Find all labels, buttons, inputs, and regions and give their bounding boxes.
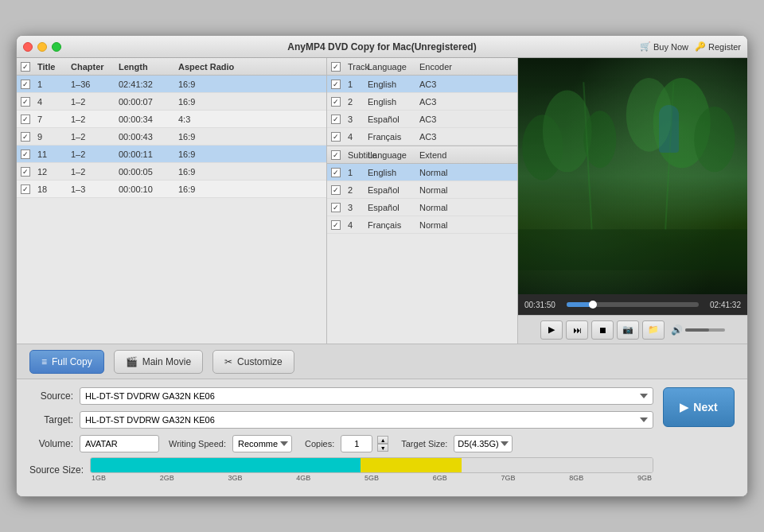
select-all-subtitles[interactable]: ✓ xyxy=(331,150,341,160)
mainmovie-icon: 🎬 xyxy=(126,356,138,367)
row-check[interactable]: ✓ xyxy=(21,97,30,107)
copies-down[interactable]: ▼ xyxy=(377,444,388,452)
key-icon: 🔑 xyxy=(695,41,706,52)
minimize-button[interactable] xyxy=(37,42,47,52)
track-check[interactable]: ✓ xyxy=(331,80,341,89)
title-bar: AnyMP4 DVD Copy for Mac(Unregistered) 🛒 … xyxy=(17,36,747,58)
title-table-body: ✓ 1 1–36 02:41:32 16:9 ✓ 4 1–2 00:00:07 … xyxy=(17,76,326,344)
track-check[interactable]: ✓ xyxy=(331,115,341,124)
target-row: Target: HL-DT-ST DVDRW GA32N KE06 xyxy=(29,411,653,429)
row-chapter: 1–2 xyxy=(68,97,115,107)
source-size-row: Source Size: 1GB 2GB 3GB 4G xyxy=(29,457,653,482)
full-copy-button[interactable]: ≡ Full Copy xyxy=(29,350,104,374)
size-label-5gb: 5GB xyxy=(364,474,379,482)
row-check[interactable]: ✓ xyxy=(21,150,30,159)
track-row[interactable]: ✓ 1 English AC3 xyxy=(327,76,517,93)
target-size-select[interactable]: D5(4.35G) xyxy=(454,435,513,452)
size-bar-target xyxy=(361,458,462,472)
select-all-tracks[interactable]: ✓ xyxy=(331,62,341,72)
row-title: 18 xyxy=(34,184,68,194)
folder-button[interactable]: 📁 xyxy=(642,320,665,340)
track-row[interactable]: ✓ 4 Français AC3 xyxy=(327,128,517,146)
row-title: 1 xyxy=(34,80,68,89)
subtitle-row[interactable]: ✓ 4 Français Normal xyxy=(327,216,517,234)
next-label: Next xyxy=(693,401,717,414)
volume-slider[interactable] xyxy=(685,328,725,332)
svg-rect-7 xyxy=(518,229,747,270)
subtitle-row[interactable]: ✓ 1 English Normal xyxy=(327,164,517,181)
size-label-1gb: 1GB xyxy=(92,474,106,482)
row-aspect: 4:3 xyxy=(175,115,239,124)
main-movie-button[interactable]: 🎬 Main Movie xyxy=(114,350,203,374)
copies-up[interactable]: ▲ xyxy=(377,436,388,444)
subtitle-check[interactable]: ✓ xyxy=(331,220,341,230)
row-check[interactable]: ✓ xyxy=(21,80,30,89)
row-title: 7 xyxy=(34,115,68,124)
track-row[interactable]: ✓ 2 English AC3 xyxy=(327,93,517,111)
track-row[interactable]: ✓ 3 Español AC3 xyxy=(327,111,517,128)
close-button[interactable] xyxy=(23,42,33,52)
row-title: 12 xyxy=(34,167,68,177)
table-row[interactable]: ✓ 11 1–2 00:00:11 16:9 xyxy=(17,146,326,163)
row-length: 00:00:10 xyxy=(115,184,175,194)
preview-panel: 00:31:50 02:41:32 ▶ ⏭ ⏹ 📷 📁 🔊 xyxy=(518,58,747,344)
row-check[interactable]: ✓ xyxy=(21,115,30,124)
screenshot-button[interactable]: 📷 xyxy=(617,320,639,340)
row-aspect: 16:9 xyxy=(175,132,239,142)
subtitle-check[interactable]: ✓ xyxy=(331,185,341,195)
size-label-8gb: 8GB xyxy=(569,474,583,482)
table-row[interactable]: ✓ 12 1–2 00:00:05 16:9 xyxy=(17,163,326,181)
buy-now-button[interactable]: 🛒 Buy Now xyxy=(640,41,688,52)
col-aspect: Aspect Radio xyxy=(175,62,239,72)
preview-controls: 00:31:50 02:41:32 xyxy=(518,294,747,315)
cart-icon: 🛒 xyxy=(640,41,651,52)
svg-point-5 xyxy=(694,107,735,172)
table-row[interactable]: ✓ 9 1–2 00:00:43 16:9 xyxy=(17,128,326,146)
progress-thumb xyxy=(589,301,597,309)
video-frame xyxy=(518,58,747,294)
source-size-label: Source Size: xyxy=(29,464,84,476)
table-row[interactable]: ✓ 7 1–2 00:00:34 4:3 xyxy=(17,111,326,128)
size-bar-used xyxy=(91,458,361,472)
row-aspect: 16:9 xyxy=(175,150,239,159)
row-length: 00:00:34 xyxy=(115,115,175,124)
volume-input[interactable] xyxy=(80,435,159,452)
table-row[interactable]: ✓ 1 1–36 02:41:32 16:9 xyxy=(17,76,326,93)
row-title: 9 xyxy=(34,132,68,142)
col-chapter: Chapter xyxy=(68,62,115,72)
skip-forward-button[interactable]: ⏭ xyxy=(566,320,588,340)
source-select[interactable]: HL-DT-ST DVDRW GA32N KE06 xyxy=(80,387,653,405)
track-check[interactable]: ✓ xyxy=(331,132,341,142)
subtitle-row[interactable]: ✓ 3 Español Normal xyxy=(327,199,517,216)
writing-speed-select[interactable]: Recomme xyxy=(232,435,292,452)
row-aspect: 16:9 xyxy=(175,167,239,177)
row-check[interactable]: ✓ xyxy=(21,167,30,177)
select-all-titles[interactable]: ✓ xyxy=(21,62,30,72)
track-check[interactable]: ✓ xyxy=(331,97,341,107)
register-button[interactable]: 🔑 Register xyxy=(695,41,741,52)
stop-button[interactable]: ⏹ xyxy=(591,320,614,340)
bottom-section: Source: HL-DT-ST DVDRW GA32N KE06 Target… xyxy=(17,379,747,496)
subtitle-table-header: ✓ Subtitle Language Extend xyxy=(327,146,517,164)
main-movie-label: Main Movie xyxy=(142,356,191,367)
row-length: 02:41:32 xyxy=(115,80,175,89)
row-check[interactable]: ✓ xyxy=(21,132,30,142)
progress-bar[interactable] xyxy=(567,302,699,307)
target-size-label: Target Size: xyxy=(401,439,447,449)
copies-input[interactable] xyxy=(341,435,372,452)
row-check[interactable]: ✓ xyxy=(21,184,30,194)
subtitle-check[interactable]: ✓ xyxy=(331,203,341,212)
subtitle-check[interactable]: ✓ xyxy=(331,168,341,177)
maximize-button[interactable] xyxy=(52,42,61,52)
play-button[interactable]: ▶ xyxy=(540,320,563,340)
track-table: ✓ Track Language Encoder ✓ 1 English AC3… xyxy=(327,58,517,146)
next-button[interactable]: ▶ Next xyxy=(663,387,735,427)
table-row[interactable]: ✓ 18 1–3 00:00:10 16:9 xyxy=(17,181,326,198)
row-aspect: 16:9 xyxy=(175,184,239,194)
customize-button[interactable]: ✂ Customize xyxy=(212,350,294,374)
size-label-7gb: 7GB xyxy=(501,474,515,482)
target-select[interactable]: HL-DT-ST DVDRW GA32N KE06 xyxy=(80,411,653,429)
col-subtitle: Subtitle xyxy=(345,150,364,160)
table-row[interactable]: ✓ 4 1–2 00:00:07 16:9 xyxy=(17,93,326,111)
subtitle-row[interactable]: ✓ 2 Español Normal xyxy=(327,181,517,199)
